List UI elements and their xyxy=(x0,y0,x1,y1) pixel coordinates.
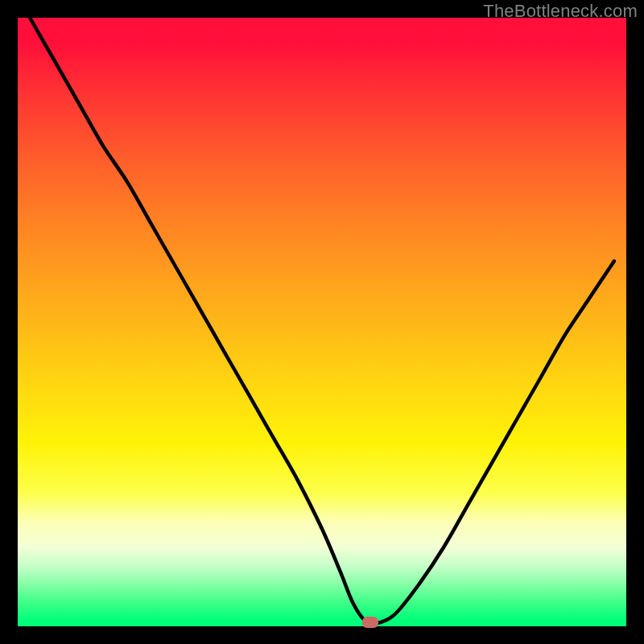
chart-frame: TheBottleneck.com xyxy=(0,0,644,644)
optimal-point-marker xyxy=(362,617,378,628)
curve-path xyxy=(30,18,614,624)
plot-area xyxy=(18,18,626,626)
bottleneck-curve xyxy=(18,18,626,626)
